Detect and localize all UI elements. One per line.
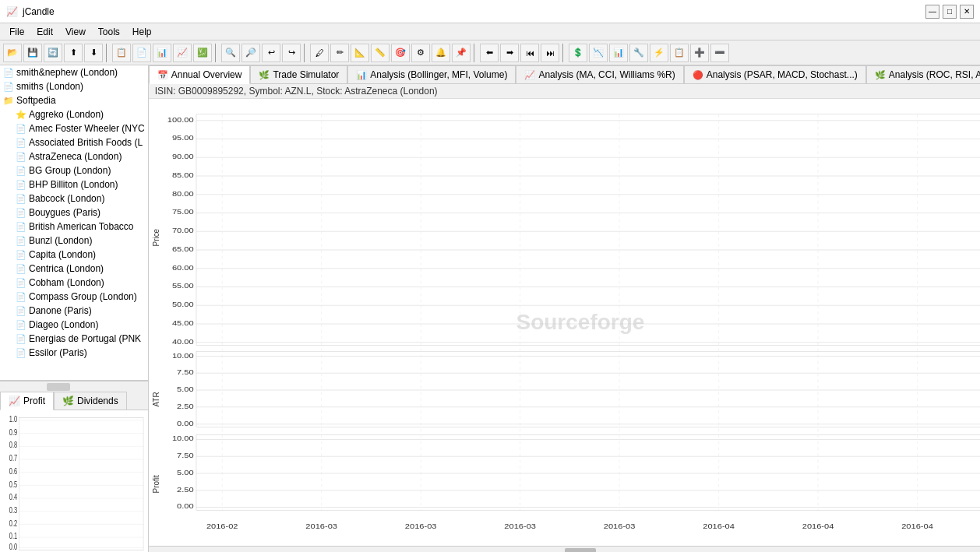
analysis-ma-icon: 📈	[524, 70, 535, 80]
tree-item-centrica[interactable]: 📄 Centrica (London)	[0, 262, 148, 276]
tree-item-label: BG Group (London)	[29, 165, 111, 176]
toolbar-draw1[interactable]: 🖊	[310, 44, 329, 62]
toolbar-zoom-in[interactable]: 🔍	[221, 44, 240, 62]
tree-item-danone[interactable]: 📄 Danone (Paris)	[0, 304, 148, 318]
toolbar-currency[interactable]: 💲	[569, 44, 587, 62]
file-icon: 📄	[16, 138, 26, 148]
svg-text:80.00: 80.00	[172, 188, 194, 197]
toolbar-zoom-out[interactable]: 🔎	[241, 44, 260, 62]
svg-text:0.1: 0.1	[9, 532, 17, 540]
tree-item-assoc-british[interactable]: 📄 Associated British Foods (L	[0, 135, 148, 149]
toolbar-clipboard[interactable]: 📋	[112, 44, 131, 62]
toolbar-remove[interactable]: ➖	[710, 44, 729, 62]
toolbar-refresh[interactable]: 🔄	[44, 44, 62, 62]
tree-item-essilor[interactable]: 📄 Essilor (Paris)	[0, 346, 148, 360]
svg-text:Profit: Profit	[150, 475, 160, 493]
svg-rect-22	[19, 418, 143, 550]
tab-profit[interactable]: 📈 Profit	[0, 392, 54, 410]
tree-item-bouygues[interactable]: 📄 Bouygues (Paris)	[0, 206, 148, 220]
chart-tabs: 📅 Annual Overview 🌿 Trade Simulator 📊 An…	[149, 65, 980, 84]
analysis-roc-icon: 🌿	[875, 70, 886, 80]
toolbar-tool3[interactable]: 📋	[670, 44, 689, 62]
chart-scrollbar[interactable]	[149, 546, 980, 552]
toolbar-chart5[interactable]: 📊	[609, 44, 628, 62]
toolbar-pin[interactable]: 📌	[452, 44, 471, 62]
tab-analysis-ma[interactable]: 📈 Analysis (MA, CCI, Williams %R)	[516, 65, 683, 83]
toolbar-sep1	[106, 44, 109, 62]
toolbar-redo[interactable]: ↪	[282, 44, 301, 62]
tree-item-babcock[interactable]: 📄 Babcock (London)	[0, 192, 148, 206]
tab-annual-overview[interactable]: 📅 Annual Overview	[149, 65, 251, 84]
svg-text:2016-04: 2016-04	[901, 522, 933, 530]
menu-edit[interactable]: Edit	[30, 25, 59, 39]
toolbar-next[interactable]: ➡	[500, 44, 519, 62]
toolbar-chart1[interactable]: 📊	[153, 44, 171, 62]
toolbar-alert[interactable]: 🔔	[432, 44, 450, 62]
tree-item-label: Compass Group (London)	[29, 291, 137, 302]
tab-dividends[interactable]: 🌿 Dividends	[54, 392, 127, 410]
tab-analysis-roc[interactable]: 🌿 Analysis (ROC, RSI, Aroon)	[866, 65, 980, 83]
tree-item-label: smiths (London)	[16, 81, 83, 92]
tree-folder-softpedia[interactable]: 📁 Softpedia	[0, 93, 148, 107]
toolbar-prev[interactable]: ⬅	[480, 44, 499, 62]
menu-tools[interactable]: Tools	[92, 25, 126, 39]
scrollbar-thumb[interactable]	[565, 548, 596, 552]
tree-item-energias[interactable]: 📄 Energias de Portugal (PNK	[0, 332, 148, 346]
toolbar-draw5[interactable]: 🎯	[391, 44, 410, 62]
tab-analysis-psar[interactable]: 🔴 Analysis (PSAR, MACD, Stochast...)	[684, 65, 866, 83]
menu-file[interactable]: File	[3, 25, 30, 39]
toolbar-first[interactable]: ⏮	[520, 44, 539, 62]
tree-item-smiths[interactable]: 📄 smiths (London)	[0, 79, 148, 93]
toolbar-down[interactable]: ⬇	[84, 44, 103, 62]
toolbar-save[interactable]: 💾	[23, 44, 42, 62]
toolbar-undo[interactable]: ↩	[262, 44, 280, 62]
toolbar-last[interactable]: ⏭	[541, 44, 559, 62]
toolbar-settings[interactable]: ⚙	[411, 44, 430, 62]
svg-text:1.0: 1.0	[9, 415, 17, 424]
status-text: ISIN: GB0009895292, Symbol: AZN.L, Stock…	[155, 86, 438, 97]
toolbar-chart3[interactable]: 💹	[193, 44, 212, 62]
file-icon: 📄	[16, 306, 26, 316]
menu-bar: File Edit View Tools Help	[0, 23, 980, 40]
toolbar-draw4[interactable]: 📏	[371, 44, 390, 62]
tree-item-bat[interactable]: 📄 British American Tobacco	[0, 220, 148, 234]
trade-simulator-label: Trade Simulator	[273, 69, 339, 80]
file-icon: 📄	[3, 68, 14, 78]
tab-analysis-bollinger[interactable]: 📊 Analysis (Bollinger, MFI, Volume)	[347, 65, 516, 83]
tree-item-diageo[interactable]: 📄 Diageo (London)	[0, 318, 148, 332]
tree-item-compass[interactable]: 📄 Compass Group (London)	[0, 290, 148, 304]
toolbar-draw3[interactable]: 📐	[351, 44, 369, 62]
tree-item-aggreko[interactable]: ⭐ Aggreko (London)	[0, 107, 148, 121]
tree-item-amec[interactable]: 📄 Amec Foster Wheeler (NYC	[0, 121, 148, 135]
tree-scrollbar-thumb[interactable]	[47, 383, 70, 391]
tree-item-cobham[interactable]: 📄 Cobham (London)	[0, 276, 148, 290]
tree-item-bhp[interactable]: 📄 BHP Billiton (London)	[0, 178, 148, 192]
minimize-button[interactable]: —	[925, 5, 939, 19]
toolbar-new[interactable]: 📂	[3, 44, 22, 62]
close-button[interactable]: ✕	[960, 5, 974, 19]
toolbar-chart2[interactable]: 📈	[173, 44, 192, 62]
toolbar-tool1[interactable]: 🔧	[629, 44, 648, 62]
toolbar-doc[interactable]: 📄	[132, 44, 151, 62]
tree-item-astrazeneca[interactable]: 📄 AstraZeneca (London)	[0, 149, 148, 163]
toolbar-tool2[interactable]: ⚡	[650, 44, 668, 62]
toolbar-draw2[interactable]: ✏	[330, 44, 349, 62]
menu-view[interactable]: View	[59, 25, 92, 39]
tree-item-bunzl[interactable]: 📄 Bunzl (London)	[0, 234, 148, 248]
menu-help[interactable]: Help	[126, 25, 158, 39]
tab-trade-simulator[interactable]: 🌿 Trade Simulator	[250, 65, 347, 83]
tree-area[interactable]: 📄 smith&nephew (London) 📄 smiths (London…	[0, 65, 148, 381]
tree-item-capita[interactable]: 📄 Capita (London)	[0, 248, 148, 262]
maximize-button[interactable]: □	[943, 5, 957, 19]
file-icon: 📄	[16, 222, 26, 232]
tree-item-bg-group[interactable]: 📄 BG Group (London)	[0, 163, 148, 178]
toolbar-add[interactable]: ➕	[690, 44, 709, 62]
tree-item-smith-nephew[interactable]: 📄 smith&nephew (London)	[0, 65, 148, 79]
toolbar-up[interactable]: ⬆	[64, 44, 83, 62]
svg-text:0.4: 0.4	[9, 493, 17, 501]
tree-scrollbar-h[interactable]	[0, 381, 148, 392]
toolbar-chart4[interactable]: 📉	[589, 44, 608, 62]
svg-text:2.50: 2.50	[177, 401, 194, 410]
svg-text:40.00: 40.00	[172, 336, 194, 345]
tree-item-label: smith&nephew (London)	[16, 67, 118, 78]
